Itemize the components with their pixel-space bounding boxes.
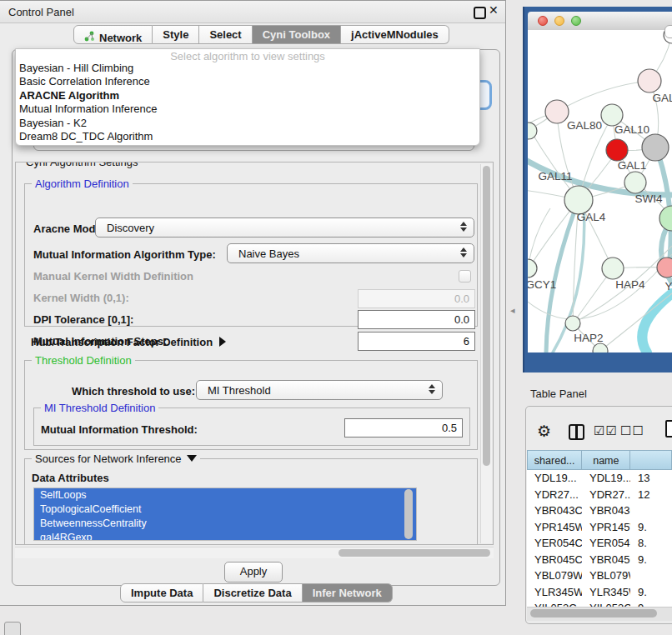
bottom-left-mini-button[interactable] (4, 622, 21, 635)
network-node[interactable] (565, 316, 580, 331)
table-row[interactable]: YIL053CYIL053C9. (527, 600, 672, 607)
network-node[interactable] (593, 343, 608, 352)
table-cell: YER054C (582, 535, 630, 552)
bottom-tabs: Impute Data Discretize Data Infer Networ… (120, 583, 393, 602)
network-node[interactable] (564, 186, 593, 214)
algorithm-option[interactable]: ARACNE Algorithm (19, 89, 476, 102)
scrollbar-thumb[interactable] (530, 609, 657, 618)
tab-label: Discretize Data (213, 587, 291, 599)
tab-jactivemnodules[interactable]: jActiveMNodules (341, 25, 449, 44)
select-all-columns-icon[interactable]: ☑☑ (594, 423, 618, 438)
tab-select[interactable]: Select (199, 25, 252, 44)
network-node[interactable] (642, 134, 669, 161)
table-cell: YDL19... (527, 470, 582, 487)
node-label: GAL10 (614, 123, 649, 136)
network-node[interactable] (659, 206, 672, 231)
table-row[interactable]: YDL19...YDL19...13 (527, 470, 672, 487)
network-node[interactable] (528, 122, 537, 139)
mi-type-label: Mutual Information Algorithm Type: (33, 248, 216, 261)
mi-steps-field[interactable] (358, 332, 475, 351)
manual-kernel-label: Manual Kernel Width Definition (33, 270, 193, 282)
network-node[interactable] (528, 259, 537, 278)
data-attributes-label: Data Attributes (32, 472, 109, 484)
table-cell: YIL053C (527, 600, 582, 607)
close-icon[interactable]: ✕ (489, 3, 499, 17)
float-window-icon[interactable] (474, 7, 486, 19)
data-attribute-item[interactable]: BetweennessCentrality (34, 517, 416, 531)
data-attribute-item[interactable]: gal4RGexp (34, 531, 416, 541)
table-row[interactable]: YBR045CYBR045C9. (527, 552, 672, 568)
kernel-width-field[interactable] (358, 289, 475, 308)
network-search-box[interactable] (664, 25, 672, 38)
tab-infer-network[interactable]: Infer Network (303, 583, 393, 602)
algorithm-option[interactable]: Mutual Information Inference (19, 102, 476, 116)
tab-network[interactable]: Network (73, 25, 153, 44)
new-table-icon[interactable] (665, 420, 672, 438)
network-edge (557, 81, 649, 112)
table-cell: YBR043C (527, 502, 582, 519)
zoom-traffic-light[interactable] (571, 16, 581, 26)
aracne-mode-combobox[interactable]: Discovery (95, 218, 474, 238)
algorithm-list: Bayesian - Hill ClimbingBasic Correlatio… (19, 62, 476, 143)
network-window-titlebar[interactable] (528, 12, 672, 31)
sources-group-title: Sources for Network Inference (32, 452, 200, 465)
table-row[interactable]: YER054CYER054C8. (527, 535, 672, 552)
mi-threshold-group-title: MI Threshold Definition (41, 402, 158, 414)
table-row[interactable]: YBL079WYBL079W (527, 568, 672, 584)
network-node[interactable] (624, 172, 646, 193)
apply-button[interactable]: Apply (224, 562, 283, 582)
tab-label: Infer Network (313, 587, 382, 599)
network-node[interactable] (638, 69, 661, 92)
node-label: GAL (652, 92, 672, 104)
data-attribute-item[interactable]: SelfLoops (34, 488, 416, 502)
network-edge (600, 293, 672, 351)
algorithm-option[interactable]: Basic Correlation Inference (19, 75, 476, 88)
algorithm-option[interactable]: Bayesian - K2 (19, 117, 476, 130)
network-node[interactable] (545, 100, 569, 123)
deselect-all-columns-icon[interactable]: ☐☐ (620, 423, 644, 438)
manual-kernel-checkbox[interactable] (459, 270, 471, 282)
threshold-definition-group: Threshold Definition Which threshold to … (24, 360, 478, 450)
settings-horizontal-scrollbar[interactable] (15, 547, 494, 558)
table-row[interactable]: YBR043CYBR043C (527, 502, 672, 519)
tab-style[interactable]: Style (153, 25, 199, 44)
tab-cyni-toolbox[interactable]: Cyni Toolbox (253, 25, 341, 44)
column-header[interactable]: shared... (527, 450, 582, 470)
attributes-list-scrollbar[interactable] (404, 489, 413, 539)
combo-arrows-icon (460, 248, 467, 258)
application-root: Control Panel ✕ Network Style Select Cyn… (0, 0, 672, 635)
column-header[interactable] (630, 450, 672, 470)
table-row[interactable]: YDR27...YDR27...12 (527, 487, 672, 503)
column-header[interactable]: name (582, 450, 630, 470)
splitter-handle-icon[interactable]: ◂ (510, 305, 515, 316)
scrollbar-thumb[interactable] (339, 549, 490, 557)
split-columns-icon[interactable] (569, 424, 584, 440)
close-traffic-light[interactable] (538, 16, 548, 26)
network-node[interactable] (602, 258, 624, 279)
which-threshold-combobox[interactable]: MI Threshold (196, 380, 443, 400)
minimize-traffic-light[interactable] (554, 16, 564, 26)
mi-type-combobox[interactable]: Naive Bayes (227, 243, 474, 263)
table-row[interactable]: YPR145WYPR145W9. (527, 519, 672, 536)
mi-threshold-field[interactable] (344, 418, 463, 438)
table-cell: 9. (630, 600, 672, 607)
gear-icon[interactable]: ⚙ (537, 422, 551, 441)
tab-impute-data[interactable]: Impute Data (120, 583, 203, 602)
network-node[interactable] (606, 139, 628, 161)
data-attribute-item[interactable]: TopologicalCoefficient (34, 502, 416, 517)
table-row[interactable]: YLR345WYLR345W9. (527, 584, 672, 601)
table-cell: YIL053C (582, 600, 630, 607)
network-node[interactable] (657, 258, 672, 278)
algorithm-option[interactable]: Bayesian - Hill Climbing (19, 62, 476, 75)
node-label: GAL80 (567, 119, 602, 132)
table-cell (630, 502, 672, 519)
scrollbar-thumb[interactable] (483, 166, 490, 466)
combo-arrows-icon (460, 222, 467, 232)
table-cell: YDR27... (527, 487, 582, 503)
settings-vertical-scrollbar[interactable] (480, 164, 492, 543)
hub-definition-expander[interactable]: Hub/Transcription Factor Definition (31, 334, 226, 349)
tab-discretize-data[interactable]: Discretize Data (203, 583, 302, 602)
dpi-tolerance-field[interactable] (358, 310, 475, 329)
network-canvas[interactable]: GAL80GAL10GALGAL11GAL1SWI4GAL4GCY1HAP4YH… (528, 30, 672, 352)
algorithm-option[interactable]: Dream8 DC_TDC Algorithm (19, 130, 476, 143)
